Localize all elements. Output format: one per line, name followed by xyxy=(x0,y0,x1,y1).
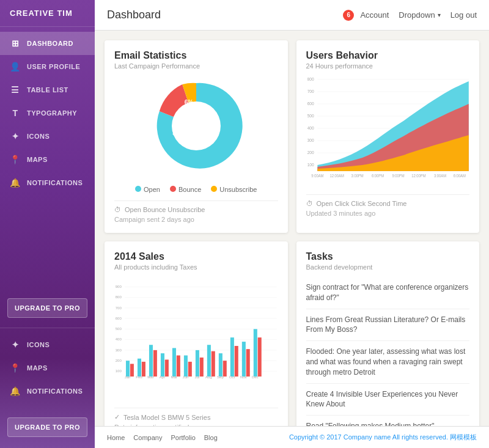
typography-icon: T xyxy=(10,108,21,119)
bar-chart: 900 800 700 600 500 400 300 200 100 xyxy=(114,273,278,395)
icons-icon: ✦ xyxy=(10,131,21,142)
email-stats-subtitle: Last Campaign Performance xyxy=(114,62,278,70)
svg-text:600: 600 xyxy=(307,100,314,106)
svg-rect-57 xyxy=(188,362,192,376)
sidebar-item-label: Dashboard xyxy=(27,40,73,47)
sidebar-nav: ⊞Dashboard👤User Profile☰Table ListTTypog… xyxy=(0,27,95,288)
bar-chart-container: 900 800 700 600 500 400 300 200 100 xyxy=(114,271,278,400)
upgrade-to-pro-button[interactable]: UPGRADE TO PRO xyxy=(7,298,87,318)
sidebar-item-icons2[interactable]: ✦Icons xyxy=(0,333,95,356)
svg-rect-56 xyxy=(184,356,188,377)
svg-text:12:00PM: 12:00PM xyxy=(411,173,425,178)
sidebar-item-table-list[interactable]: ☰Table List xyxy=(0,78,95,101)
sidebar-item-notifications[interactable]: 🔔Notifications xyxy=(0,171,95,194)
svg-rect-69 xyxy=(258,337,262,376)
notification-badge: 6 xyxy=(343,10,354,21)
sidebar: CREATIVE TIM ⊞Dashboard👤User Profile☰Tab… xyxy=(0,0,95,448)
svg-rect-68 xyxy=(254,329,257,376)
footer-brand-link[interactable]: 网模模板 xyxy=(450,433,477,441)
svg-text:500: 500 xyxy=(307,112,314,119)
svg-rect-46 xyxy=(126,361,130,376)
svg-text:Feb: Feb xyxy=(136,375,142,379)
task-item[interactable]: Create 4 Invisible User Experiences you … xyxy=(306,384,470,416)
users-behavior-title: Users Behavior xyxy=(306,50,470,61)
svg-text:Jun: Jun xyxy=(183,375,189,379)
users-behavior-card: Users Behavior 24 Hours performance 800 … xyxy=(296,40,480,233)
sidebar-bottom-nav: ✦Icons📍Maps🔔Notifications xyxy=(0,328,95,408)
email-stats-title: Email Statistics xyxy=(114,50,278,61)
sidebar-item-label: Typography xyxy=(27,109,77,117)
sidebar-item-label: User Profile xyxy=(27,63,80,70)
sidebar-item-label: Maps xyxy=(27,156,48,163)
svg-rect-50 xyxy=(149,345,153,376)
sidebar-item-notifications2[interactable]: 🔔Notifications xyxy=(0,380,95,403)
check-icon: ✓ xyxy=(114,413,120,421)
svg-text:600: 600 xyxy=(116,317,122,320)
svg-text:9:00AM: 9:00AM xyxy=(311,173,323,178)
sidebar-item-label: Table List xyxy=(27,86,68,94)
upgrade-to-pro-button-2[interactable]: UPGRADE TO PRO xyxy=(7,417,87,437)
svg-text:Nov: Nov xyxy=(240,375,247,379)
svg-text:800: 800 xyxy=(307,76,314,82)
sidebar-item-label: Notifications xyxy=(27,387,83,395)
svg-rect-58 xyxy=(196,350,199,376)
clock-icon-2: ⏱ xyxy=(306,200,313,207)
svg-rect-47 xyxy=(130,364,134,376)
footer-copyright: Copyright © 2017 Company name All rights… xyxy=(289,433,477,442)
task-item[interactable]: Read "Following makes Medium better" xyxy=(306,416,470,426)
users-behavior-time: Updated 3 minutes ago xyxy=(306,207,470,217)
svg-text:12:00AM: 12:00AM xyxy=(329,173,344,178)
legend-open: Open xyxy=(135,186,160,193)
svg-rect-55 xyxy=(177,356,180,377)
task-item[interactable]: Sign contract for "What are conference o… xyxy=(306,277,470,309)
footer-link-blog[interactable]: Blog xyxy=(204,434,218,441)
sales-footer: ✓ Tesla Model S BMW 5 Series xyxy=(114,408,278,421)
svg-text:900: 900 xyxy=(116,285,122,288)
dashboard-icon: ⊞ xyxy=(10,38,21,49)
footer-link-home[interactable]: Home xyxy=(107,434,125,441)
email-stats-time: Campaign sent 2 days ago xyxy=(114,213,278,223)
footer-link-company[interactable]: Company xyxy=(133,434,162,441)
svg-text:3:00AM: 3:00AM xyxy=(433,173,446,178)
page-footer: HomeCompanyPortfolioBlog Copyright © 201… xyxy=(95,426,489,448)
sidebar-item-user-profile[interactable]: 👤User Profile xyxy=(0,55,95,78)
page-title: Dashboard xyxy=(107,9,337,21)
sidebar-item-maps2[interactable]: 📍Maps xyxy=(0,356,95,380)
sidebar-item-typography[interactable]: TTypography xyxy=(0,101,95,125)
sidebar-item-dashboard[interactable]: ⊞Dashboard xyxy=(0,32,95,55)
sidebar-item-icons[interactable]: ✦Icons xyxy=(0,125,95,148)
svg-text:6%: 6% xyxy=(185,99,194,106)
svg-rect-67 xyxy=(246,349,250,376)
svg-text:Sep: Sep xyxy=(217,375,224,379)
svg-text:200: 200 xyxy=(116,359,122,362)
account-link[interactable]: Account xyxy=(360,10,389,20)
svg-rect-63 xyxy=(223,361,227,376)
brand-logo: CREATIVE TIM xyxy=(0,0,95,27)
svg-text:700: 700 xyxy=(116,306,122,310)
svg-rect-61 xyxy=(211,351,215,376)
svg-text:300: 300 xyxy=(116,348,122,352)
svg-text:400: 400 xyxy=(307,125,314,131)
svg-text:Mar: Mar xyxy=(147,375,153,379)
svg-text:100: 100 xyxy=(307,161,314,167)
svg-rect-65 xyxy=(235,346,238,376)
footer-link-portfolio[interactable]: Portfolio xyxy=(171,434,195,441)
sidebar-item-label: Icons xyxy=(27,341,50,348)
svg-rect-49 xyxy=(142,362,145,376)
logout-link[interactable]: Log out xyxy=(450,10,477,20)
svg-rect-48 xyxy=(138,359,141,376)
svg-text:9:00PM: 9:00PM xyxy=(392,173,404,178)
dropdown-button[interactable]: Dropdown ▾ xyxy=(399,10,440,20)
topbar: Dashboard 6 Account Dropdown ▾ Log out xyxy=(95,0,489,31)
task-item[interactable]: Lines From Great Russian Literature? Or … xyxy=(306,309,470,342)
legend-unsub: Unsubscribe xyxy=(211,186,257,193)
pie-chart-container: 62% 32% 6% xyxy=(114,70,278,182)
sidebar-item-maps[interactable]: 📍Maps xyxy=(0,148,95,171)
sidebar-item-label: Maps xyxy=(27,364,48,372)
task-item[interactable]: Flooded: One year later, assessing what … xyxy=(306,341,470,383)
legend-bounce: Bounce xyxy=(170,186,201,193)
svg-text:62%: 62% xyxy=(201,125,216,134)
sidebar-footer-upgrade: UPGRADE TO PRO xyxy=(0,408,95,448)
svg-text:400: 400 xyxy=(116,337,122,341)
svg-rect-51 xyxy=(153,350,157,376)
